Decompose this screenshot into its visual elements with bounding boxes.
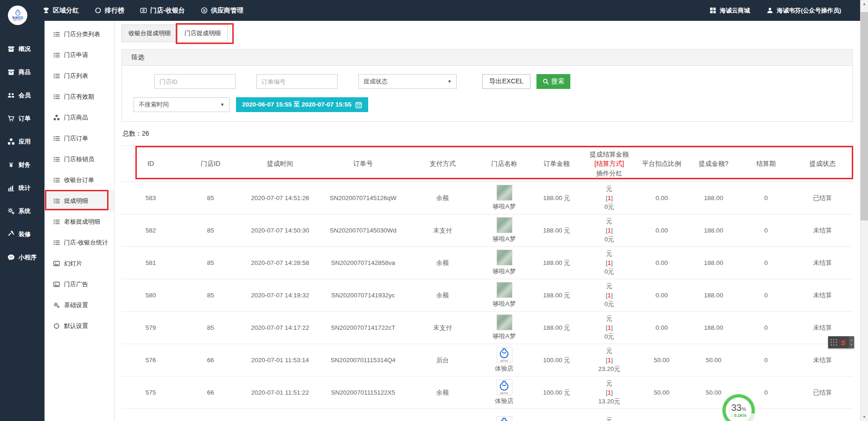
time-mode-select[interactable]: 不搜索时间 ▼ bbox=[134, 97, 230, 112]
sidebar-item[interactable]: 装修 bbox=[0, 223, 45, 246]
scroll-down-arrow-icon[interactable]: ▼ bbox=[861, 413, 868, 421]
cashier-icon bbox=[140, 7, 147, 14]
scrollbar-thumb[interactable] bbox=[861, 12, 868, 220]
settle-unit: 元 bbox=[585, 346, 634, 356]
cell-commission: 188.00 bbox=[688, 214, 740, 246]
current-mall-button[interactable]: 海诚云商城 bbox=[709, 6, 750, 15]
store-logo-image: NETHC bbox=[497, 347, 512, 363]
primary-sidebar: 概况商品会员订单应用¥财务统计系统装修小程序 bbox=[0, 21, 45, 421]
secondary-sidebar: 门店分类列表门店申请门店列表门店有效期门店商品门店订单门店核销员收银台订单提成明… bbox=[45, 21, 115, 421]
sidebar-item[interactable]: ¥财务 bbox=[0, 153, 45, 176]
sidebar-item[interactable]: 概况 bbox=[0, 38, 45, 61]
table-row[interactable]: 582 85 2020-07-07 14:50:30 SN20200707145… bbox=[121, 214, 853, 246]
submenu-item[interactable]: 门店核销员 bbox=[45, 149, 114, 170]
cell-time: 2020-07-01 11:48:22 bbox=[241, 408, 319, 421]
sidebar-item-label: 订单 bbox=[19, 114, 31, 123]
store-name: 体验店 bbox=[480, 364, 529, 373]
tab-store-commission[interactable]: 门店提成明细 bbox=[178, 25, 228, 42]
table-row[interactable]: 581 85 2020-07-07 14:28:58 SN20200707142… bbox=[121, 246, 853, 279]
sidebar-item[interactable]: 订单 bbox=[0, 107, 45, 130]
screenshot-tool-arrows[interactable]: ▲ ▼ bbox=[849, 336, 854, 348]
submenu-item[interactable]: 门店商品 bbox=[45, 107, 114, 128]
commission-status-select[interactable]: 提成状态 ▼ bbox=[358, 74, 457, 89]
submenu-item[interactable]: 门店-收银台统计 bbox=[45, 232, 114, 253]
submenu-item[interactable]: 收银台订单 bbox=[45, 170, 114, 190]
cell-store: 哆啦A梦 bbox=[478, 182, 530, 214]
scroll-up-arrow-icon[interactable]: ▲ bbox=[861, 0, 868, 8]
cell-pay-method: 未支付 bbox=[407, 214, 478, 246]
store-logo-image bbox=[497, 217, 512, 233]
sidebar-item[interactable]: 商品 bbox=[0, 61, 45, 84]
settle-unit: 元 bbox=[585, 379, 634, 388]
sidebar-item[interactable]: 小程序 bbox=[0, 246, 45, 269]
cell-pay-method: 后台 bbox=[407, 344, 478, 376]
sidebar-item[interactable]: 应用 bbox=[0, 130, 45, 153]
tab-cashier-commission[interactable]: 收银台提成明细 bbox=[121, 25, 178, 42]
submenu-item[interactable]: 门店列表 bbox=[45, 65, 114, 86]
cell-pay-method: 余额 bbox=[407, 246, 478, 279]
submenu-item[interactable]: 门店申请 bbox=[45, 44, 114, 65]
export-excel-button[interactable]: 导出EXCEL bbox=[482, 74, 530, 89]
cell-settle-amount: 元 [1] 0元 bbox=[583, 182, 636, 214]
cell-time: 2020-07-01 11:51:22 bbox=[241, 376, 319, 408]
table-row[interactable]: 583 85 2020-07-07 14:51:26 SN20200707145… bbox=[121, 182, 853, 214]
cell-pay-method: 未支付 bbox=[407, 311, 478, 344]
topnav-item[interactable]: 排行榜 bbox=[95, 6, 124, 15]
submenu-item[interactable]: 门店订单 bbox=[45, 128, 114, 149]
col-status: 提成状态 bbox=[792, 146, 853, 182]
cell-store-id: 85 bbox=[180, 246, 241, 279]
store-logo-image bbox=[497, 250, 512, 265]
cart-icon bbox=[7, 115, 15, 122]
submenu-item-label: 基础设置 bbox=[64, 301, 88, 309]
submenu-item[interactable]: 提成明细 bbox=[45, 190, 114, 211]
order-no-input[interactable] bbox=[256, 74, 338, 89]
submenu-item[interactable]: 门店有效期 bbox=[45, 86, 114, 107]
table-row[interactable]: 576 66 2020-07-01 11:53:14 SN20200701115… bbox=[121, 344, 853, 376]
submenu-item[interactable]: 基础设置 bbox=[45, 295, 114, 315]
cell-commission: 188.00 bbox=[688, 279, 740, 311]
col-platform-rate: 平台扣点比例 bbox=[636, 146, 688, 182]
settle-unit: 元 bbox=[585, 314, 634, 323]
screenshot-tool-widget[interactable]: S ▲ ▼ bbox=[828, 336, 854, 348]
topnav-item[interactable]: 门店-收银台 bbox=[140, 6, 185, 15]
list-icon bbox=[53, 239, 60, 246]
submenu-item[interactable]: 门店广告 bbox=[45, 274, 114, 295]
settle-unit: 元 bbox=[585, 217, 634, 226]
table-row[interactable]: 580 85 2020-07-07 14:19:32 SN20200707141… bbox=[121, 279, 853, 311]
content-area: 收银台提成明细门店提成明细 筛选 提成状态 ▼ 导出EXCEL bbox=[115, 21, 868, 421]
store-id-input[interactable] bbox=[154, 74, 236, 89]
submenu-item[interactable]: 默认设置 bbox=[45, 315, 114, 336]
speed-percent: 33% bbox=[731, 403, 746, 412]
settle-method-note: [结算方式] bbox=[585, 159, 634, 168]
col-store-id: 门店ID bbox=[180, 146, 241, 182]
list-icon bbox=[53, 52, 60, 58]
cell-settle-period: 0 bbox=[740, 182, 792, 214]
sidebar-item[interactable]: 统计 bbox=[0, 176, 45, 200]
table-row[interactable]: 579 85 2020-07-07 14:17:22 SN20200707141… bbox=[121, 311, 853, 344]
cell-id: 576 bbox=[121, 344, 180, 376]
submenu-item[interactable]: 幻灯片 bbox=[45, 253, 114, 274]
cell-order-amount: 188.00 元 bbox=[530, 214, 583, 246]
submenu-item[interactable]: 老板提成明细 bbox=[45, 211, 114, 232]
brand-vase-icon bbox=[14, 9, 21, 16]
col-commission-help[interactable]: 提成金额? bbox=[688, 146, 740, 182]
vertical-scrollbar[interactable]: ▲ ▼ bbox=[860, 0, 868, 421]
col-settle-period: 结算期 bbox=[740, 146, 792, 182]
cell-platform-rate: 50.00 bbox=[636, 376, 688, 408]
submenu-item[interactable]: 门店分类列表 bbox=[45, 24, 114, 44]
submenu-item-label: 门店订单 bbox=[64, 134, 88, 143]
sidebar-item[interactable]: 会员 bbox=[0, 84, 45, 107]
search-button[interactable]: 搜索 bbox=[536, 74, 570, 89]
main-layout: 概况商品会员订单应用¥财务统计系统装修小程序 门店分类列表门店申请门店列表门店有… bbox=[0, 21, 868, 421]
topnav-item[interactable]: S供应商管理 bbox=[201, 6, 243, 15]
cell-platform-rate: 50.00 bbox=[636, 408, 688, 421]
store-logo-image bbox=[497, 282, 512, 298]
current-user-button[interactable]: 海诚韦芬(公众号操作员) bbox=[766, 6, 841, 15]
topnav-item[interactable]: 区域分红 bbox=[43, 6, 79, 15]
cell-order-amount: 188.00 元 bbox=[530, 246, 583, 279]
cell-id: 583 bbox=[121, 182, 180, 214]
sidebar-item[interactable]: 系统 bbox=[0, 200, 45, 223]
date-range-button[interactable]: 2020-06-07 15:55 至 2020-07-07 15:55 bbox=[236, 97, 368, 112]
cell-store-id: 66 bbox=[180, 376, 241, 408]
brand-logo[interactable]: 海诚世纪 NETHC bbox=[8, 6, 27, 25]
